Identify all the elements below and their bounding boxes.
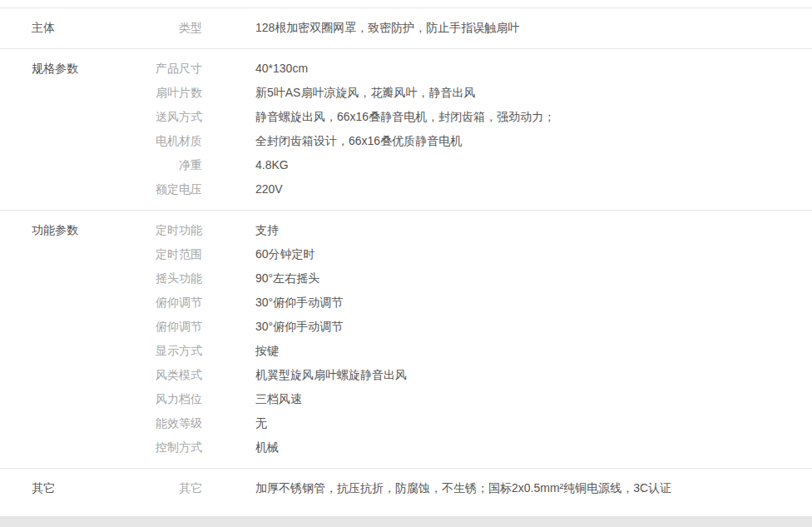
spec-label: 风类模式 [133,366,202,383]
spec-label: 显示方式 [133,342,202,359]
spec-row: 扇叶片数新5叶AS扇叶凉旋风，花瓣风叶，静音出风 [133,84,812,101]
spec-section-title: 规格参数 [0,60,133,197]
spec-row: 能效等级无 [133,415,812,431]
spec-value: 30°俯仰手动调节 [255,318,343,335]
spec-value: 4.8KG [255,157,289,173]
spec-value: 128根加密双圈网罩，致密防护，防止手指误触扇叶 [255,19,519,36]
spec-label: 类型 [133,19,202,36]
spec-value: 220V [255,181,283,197]
spec-label: 俯仰调节 [133,294,202,311]
spec-row: 送风方式静音螺旋出风，66x16叠静音电机，封闭齿箱，强劲动力； [133,108,812,125]
spec-row: 净重4.8KG [133,157,812,173]
spec-section-title: 功能参数 [0,221,133,455]
spec-value: 机翼型旋风扇叶螺旋静音出风 [255,366,407,383]
spec-rows: 定时功能支持定时范围60分钟定时摇头功能90°左右摇头俯仰调节30°俯仰手动调节… [133,221,812,455]
spec-label: 扇叶片数 [133,84,202,101]
spec-row: 摇头功能90°左右摇头 [133,270,812,286]
spec-value: 按键 [255,342,279,359]
spec-section: 规格参数产品尺寸40*130cm扇叶片数新5叶AS扇叶凉旋风，花瓣风叶，静音出风… [0,49,812,211]
spec-label: 电机材质 [133,132,202,149]
spec-value: 无 [255,415,267,431]
spec-label: 净重 [133,157,202,173]
spec-label: 其它 [133,480,202,496]
spec-label: 俯仰调节 [133,318,202,335]
spec-section-title: 主体 [0,19,133,36]
spec-label: 定时范围 [133,246,202,262]
spec-label: 定时功能 [133,221,202,238]
spec-row: 控制方式机械 [133,439,812,455]
spec-row: 风类模式机翼型旋风扇叶螺旋静音出风 [133,366,812,383]
spec-label: 摇头功能 [133,270,202,286]
spec-label: 产品尺寸 [133,60,202,77]
spec-row: 定时范围60分钟定时 [133,246,812,262]
spec-rows: 产品尺寸40*130cm扇叶片数新5叶AS扇叶凉旋风，花瓣风叶，静音出风送风方式… [133,60,812,197]
spec-label: 能效等级 [133,415,202,431]
spec-value: 40*130cm [255,60,308,77]
spec-value: 30°俯仰手动调节 [255,294,343,311]
spec-row: 风力档位三档风速 [133,390,812,407]
spec-row: 产品尺寸40*130cm [133,60,812,77]
spec-rows: 类型128根加密双圈网罩，致密防护，防止手指误触扇叶 [133,19,812,36]
spec-row: 显示方式按键 [133,342,812,359]
spec-row: 俯仰调节30°俯仰手动调节 [133,318,812,335]
spec-rows: 其它加厚不锈钢管，抗压抗折，防腐蚀，不生锈；国标2x0.5mm²纯铜电源线，3C… [133,480,812,496]
spec-label: 控制方式 [133,439,202,455]
spec-section: 主体类型128根加密双圈网罩，致密防护，防止手指误触扇叶 [0,8,812,49]
horizontal-scrollbar-track[interactable] [0,516,812,527]
spec-section: 功能参数定时功能支持定时范围60分钟定时摇头功能90°左右摇头俯仰调节30°俯仰… [0,211,812,469]
spec-value: 全封闭齿箱设计，66x16叠优质静音电机 [255,132,462,149]
spec-row: 俯仰调节30°俯仰手动调节 [133,294,812,311]
spec-section: 其它其它加厚不锈钢管，抗压抗折，防腐蚀，不生锈；国标2x0.5mm²纯铜电源线，… [0,469,812,509]
spec-value: 90°左右摇头 [255,270,319,286]
spec-row: 额定电压220V [133,181,812,197]
spec-section-title: 其它 [0,480,133,496]
spec-value: 新5叶AS扇叶凉旋风，花瓣风叶，静音出风 [255,84,475,101]
spec-label: 额定电压 [133,181,202,197]
spec-row: 定时功能支持 [133,221,812,238]
product-spec-table: 主体类型128根加密双圈网罩，致密防护，防止手指误触扇叶规格参数产品尺寸40*1… [0,7,812,509]
spec-value: 三档风速 [255,390,302,407]
spec-label: 风力档位 [133,390,202,407]
spec-row: 类型128根加密双圈网罩，致密防护，防止手指误触扇叶 [133,19,812,36]
spec-value: 支持 [255,221,279,238]
spec-row: 其它加厚不锈钢管，抗压抗折，防腐蚀，不生锈；国标2x0.5mm²纯铜电源线，3C… [133,480,812,496]
spec-value: 机械 [255,439,279,455]
spec-label: 送风方式 [133,108,202,125]
spec-value: 60分钟定时 [255,246,315,262]
spec-value: 加厚不锈钢管，抗压抗折，防腐蚀，不生锈；国标2x0.5mm²纯铜电源线，3C认证 [255,480,671,496]
spec-row: 电机材质全封闭齿箱设计，66x16叠优质静音电机 [133,132,812,149]
spec-value: 静音螺旋出风，66x16叠静音电机，封闭齿箱，强劲动力； [255,108,555,125]
